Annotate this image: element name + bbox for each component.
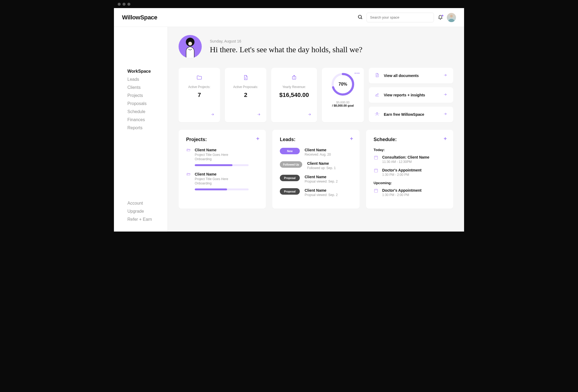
traffic-light-zoom-icon[interactable] — [127, 3, 130, 6]
add-schedule-button[interactable]: + — [444, 136, 447, 142]
schedule-item[interactable]: Doctor's Appointment1:30 PM - 2:00 PM — [374, 168, 446, 177]
sidebar-item-refer-earn[interactable]: Refer + Earn — [127, 215, 168, 223]
sidebar-item-proposals[interactable]: Proposals — [127, 100, 168, 108]
project-client: Client Name — [195, 172, 258, 176]
search-icon[interactable] — [357, 14, 363, 21]
project-status: Onboarding — [195, 181, 258, 185]
schedule-event-title: Doctor's Appointment — [382, 168, 422, 172]
sidebar-item-leads[interactable]: Leads — [127, 75, 168, 83]
arrow-right-icon — [443, 112, 447, 117]
project-status: Onboarding — [195, 157, 258, 161]
stat-value: $16,540.00 — [279, 92, 309, 99]
stat-label: Yearly Revenue: — [282, 85, 306, 89]
search-input[interactable] — [367, 13, 434, 22]
topbar: WillowSpace — [114, 8, 464, 27]
traffic-light-minimize-icon[interactable] — [123, 3, 126, 6]
action-view-reports-insights[interactable]: View reports + insights — [369, 87, 453, 103]
schedule-event-time: 11:30 AM - 12:30PM — [382, 160, 429, 164]
main-content: Sunday, August 16 Hi there. Let's see wh… — [168, 27, 464, 232]
schedule-item[interactable]: Doctor's Appointment1:30 PM - 2:00 PM — [374, 188, 446, 197]
leads-panel: + Leads: NewClient NameReceived: Aug. 20… — [272, 130, 360, 209]
more-menu-icon[interactable]: ••• — [354, 71, 360, 75]
traffic-light-close-icon[interactable] — [118, 3, 121, 6]
sidebar-item-reports[interactable]: Reports — [127, 124, 168, 132]
arrow-right-icon — [443, 73, 447, 78]
schedule-event-title: Consultation: Client Name — [382, 155, 429, 159]
svg-point-10 — [377, 113, 378, 114]
project-progress — [195, 164, 249, 166]
arrow-right-icon — [307, 113, 312, 117]
lead-client: Client Name — [307, 161, 336, 166]
sidebar-item-projects[interactable]: Projects — [127, 92, 168, 100]
window-titlebar — [114, 0, 464, 8]
folder-open-icon — [186, 172, 191, 190]
greeting-date: Sunday, August 16 — [210, 39, 362, 43]
stat-yearly-revenue[interactable]: $ Yearly Revenue: $16,540.00 — [271, 68, 317, 122]
lead-client: Client Name — [305, 148, 331, 152]
schedule-upcoming-label: Upcoming: — [374, 181, 446, 185]
add-project-button[interactable]: + — [256, 136, 259, 142]
lead-status-pill: Proposal — [280, 175, 300, 181]
svg-point-4 — [188, 42, 192, 46]
svg-point-2 — [450, 15, 453, 18]
calendar-icon — [374, 188, 378, 197]
lead-item[interactable]: ProposalClient NamePropsal viewed: Sep. … — [280, 188, 352, 197]
goal-target: / $8,000.00 goal — [332, 104, 354, 107]
stat-goal-progress[interactable]: ••• 70% $5,600.00 / $8,000.00 goal — [322, 68, 364, 122]
folder-icon — [196, 74, 202, 81]
svg-rect-12 — [374, 169, 378, 172]
lead-meta: Received: Aug. 20 — [305, 153, 331, 156]
lead-meta: Followed up: Sep. 1 — [307, 166, 336, 170]
sidebar-item-finances[interactable]: Finances — [127, 116, 168, 124]
sidebar-item-account[interactable]: Account — [127, 199, 168, 207]
folder-open-icon — [186, 148, 191, 166]
projects-title: Projects: — [186, 137, 258, 142]
greeting-headline: Hi there. Let's see what the day holds, … — [210, 45, 362, 54]
lead-item[interactable]: Followed UpClient NameFollowed up: Sep. … — [280, 161, 352, 170]
calendar-icon — [374, 168, 378, 177]
lead-client: Client Name — [305, 188, 338, 192]
revenue-icon: $ — [291, 74, 297, 81]
user-avatar[interactable] — [447, 13, 456, 22]
notifications-button[interactable] — [438, 15, 443, 20]
lead-status-pill: New — [280, 148, 300, 154]
notification-dot-icon — [441, 15, 444, 17]
goal-percent: 70% — [331, 72, 355, 96]
sidebar-item-clients[interactable]: Clients — [127, 83, 168, 92]
project-progress — [195, 188, 249, 190]
action-view-all-documents[interactable]: View all documents — [369, 68, 453, 83]
leads-title: Leads: — [280, 137, 352, 142]
svg-rect-13 — [374, 189, 378, 192]
action-label: View reports + insights — [384, 93, 425, 97]
calendar-icon — [374, 155, 378, 164]
stat-label: Active Proposals: — [233, 85, 258, 89]
lead-item[interactable]: NewClient NameReceived: Aug. 20 — [280, 148, 352, 156]
sidebar-item-upgrade[interactable]: Upgrade — [127, 207, 168, 215]
stat-active-proposals[interactable]: $ Active Proposals: 2 — [225, 68, 266, 122]
schedule-panel: + Schedule: Today: Consultation: Client … — [366, 130, 453, 209]
sidebar-item-workspace[interactable]: WorkSpace — [127, 67, 168, 75]
project-item[interactable]: Client NameProject Title Goes HereOnboar… — [186, 172, 258, 190]
lead-client: Client Name — [305, 175, 338, 179]
stat-active-projects[interactable]: Active Projects: 7 — [179, 68, 220, 122]
action-label: Earn free WillowSpace — [384, 112, 424, 117]
add-lead-button[interactable]: + — [350, 136, 353, 142]
action-label: View all documents — [384, 74, 419, 78]
svg-text:$: $ — [294, 77, 295, 79]
lead-status-pill: Followed Up — [280, 161, 302, 168]
lead-meta: Propsal viewed: Sep. 2 — [305, 180, 338, 183]
sidebar-item-schedule[interactable]: Schedule — [127, 108, 168, 116]
lead-item[interactable]: ProposalClient NamePropsal viewed: Sep. … — [280, 175, 352, 183]
project-item[interactable]: Client NameProject Title Goes HereOnboar… — [186, 148, 258, 166]
schedule-event-time: 1:30 PM - 2:00 PM — [382, 173, 422, 177]
action-icon — [375, 73, 379, 79]
lead-status-pill: Proposal — [280, 188, 300, 195]
arrow-right-icon — [210, 113, 215, 117]
projects-panel: + Projects: Client NameProject Title Goe… — [179, 130, 266, 209]
svg-line-1 — [361, 18, 362, 19]
arrow-right-icon — [443, 93, 447, 97]
schedule-title: Schedule: — [374, 137, 446, 142]
arrow-right-icon — [257, 113, 261, 117]
schedule-item[interactable]: Consultation: Client Name11:30 AM - 12:3… — [374, 155, 446, 164]
action-earn-free-willowspace[interactable]: Earn free WillowSpace — [369, 107, 453, 122]
